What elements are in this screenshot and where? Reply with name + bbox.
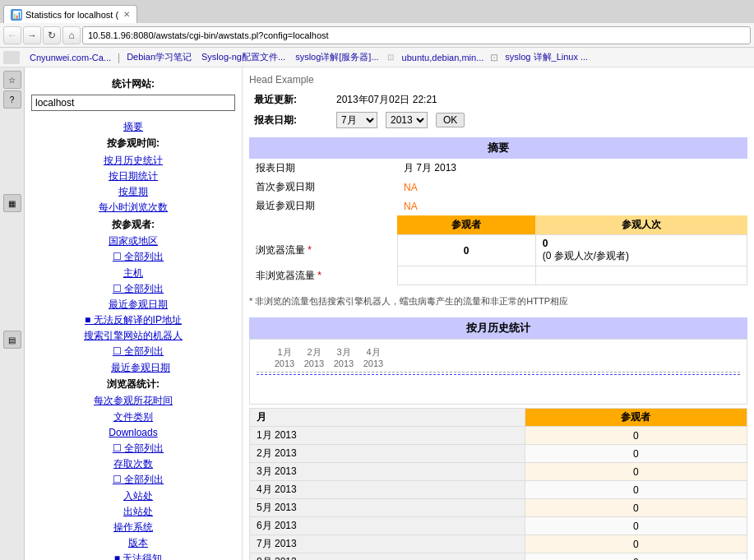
nav-link-file-type[interactable]: 文件类别 — [25, 410, 242, 425]
report-date-selectors: 1月2月3月4月 5月6月7月8月 9月10月11月12月 2013 OK — [331, 109, 747, 131]
left-nav-panel: 统计网站: 摘要 按参观时间: 按月历史统计 按日期统计 按星期 每小时浏览次数… — [25, 67, 243, 560]
visitors-cell: 0 — [525, 535, 747, 553]
month-cell: 3月 2013 — [250, 463, 525, 481]
back-button[interactable]: ← — [3, 26, 21, 44]
nav-link-host-all[interactable]: ☐ 全部列出 — [25, 281, 242, 297]
head-example: Head Example — [249, 74, 747, 86]
nav-link-robots[interactable]: 搜索引擎网站的机器人 — [25, 328, 242, 344]
monthly-header: 按月历史统计 — [249, 317, 747, 339]
bookmark-2[interactable]: Debian学习笔记 — [123, 51, 195, 63]
last-visit-label: 最近参观日期 — [249, 197, 397, 215]
nav-link-robots-all[interactable]: ☐ 全部列出 — [25, 344, 242, 359]
sidebar-btn-2[interactable]: ? — [3, 90, 21, 109]
report-date-field-value: 月 7月 2013 — [397, 159, 535, 178]
nav-link-robots-last[interactable]: 最近参观日期 — [25, 360, 242, 376]
nav-label-visitors: 按参观者: — [25, 216, 242, 234]
bookmark-1[interactable]: Cnyunwei.com-Ca... — [26, 53, 114, 62]
visitors-cell: 0 — [525, 553, 747, 561]
nav-link-downloads[interactable]: Downloads — [25, 425, 242, 441]
monthly-section: 按月历史统计 1月2013 2月2013 3月2013 4月2013 — [249, 317, 747, 560]
sidebar-btn-1[interactable]: ☆ — [3, 71, 21, 89]
nav-link-monthly[interactable]: 按月历史统计 — [25, 153, 242, 169]
visitors-cell: 0 — [525, 427, 747, 445]
table-row: 1月 2013 0 — [250, 427, 747, 445]
year-select[interactable]: 2013 — [386, 112, 428, 128]
content-area: ☆ ? ▦ ▤ 统计网站: 摘要 按参观时间: 按月历史统计 按日期统计 按星期… — [0, 67, 754, 560]
tab-close-btn[interactable]: ✕ — [123, 10, 130, 19]
browser-flow-visitors: 0 — [397, 235, 535, 266]
month-cell: 6月 2013 — [250, 517, 525, 535]
month-col-header: 月 — [250, 409, 525, 427]
nav-link-time-spent[interactable]: 每次参观所花时间 — [25, 393, 242, 409]
visitors-cell: 0 — [525, 463, 747, 481]
monthly-table: 月 参观者 1月 2013 0 2月 2013 0 3月 2013 0 — [249, 408, 747, 560]
nav-link-access-all[interactable]: ☐ 全部列出 — [25, 472, 242, 488]
nav-section: 摘要 按参观时间: 按月历史统计 按日期统计 按星期 每小时浏览次数 按参观者:… — [25, 118, 242, 560]
month-cell: 4月 2013 — [250, 481, 525, 499]
nav-link-access[interactable]: 存取次数 — [25, 456, 242, 472]
summary-section: 摘要 报表日期 月 7月 2013 首次参观日期 NA 最近参观日期 NA — [249, 137, 747, 285]
home-button[interactable]: ⌂ — [62, 26, 81, 44]
non-browser-label: 非浏览器流量 * — [249, 266, 397, 285]
report-date-label: 报表日期: — [249, 109, 331, 131]
chart-line-1 — [257, 372, 740, 373]
browser-flow-star: * — [308, 244, 312, 256]
nav-link-os-version[interactable]: 版本 — [25, 535, 242, 551]
active-tab[interactable]: 📊 Statistics for localhost ( ✕ — [3, 5, 137, 23]
browser-chrome: 📊 Statistics for localhost ( ✕ ← → ↻ ⌂ C… — [0, 0, 754, 67]
address-bar[interactable] — [82, 26, 751, 44]
main-content: Head Example 最近更新: 2013年07月02日 22:21 报表日… — [243, 67, 754, 560]
nav-link-entry[interactable]: 入站处 — [25, 488, 242, 504]
table-row: 4月 2013 0 — [250, 481, 747, 499]
nav-link-last-visit[interactable]: 最近参观日期 — [25, 297, 242, 312]
forward-button[interactable]: → — [23, 26, 41, 44]
first-visit-value: NA — [397, 178, 535, 197]
chart-area: 1月2013 2月2013 3月2013 4月2013 — [249, 339, 747, 405]
nav-label-time: 按参观时间: — [25, 135, 242, 153]
table-row: 5月 2013 0 — [250, 499, 747, 517]
chart-label-3: 3月2013 — [332, 346, 355, 368]
nav-link-country-all[interactable]: ☐ 全部列出 — [25, 249, 242, 265]
month-cell: 1月 2013 — [250, 427, 525, 445]
nav-link-os-unknown[interactable]: ■ 无法得知 — [25, 551, 242, 560]
nav-link-downloads-all[interactable]: ☐ 全部列出 — [25, 441, 242, 456]
nav-link-os[interactable]: 操作系统 — [25, 520, 242, 535]
nav-link-exit[interactable]: 出站处 — [25, 504, 242, 520]
sidebar-btn-4[interactable]: ▤ — [3, 331, 21, 349]
month-select[interactable]: 1月2月3月4月 5月6月7月8月 9月10月11月12月 — [336, 112, 377, 128]
first-visit-label: 首次参观日期 — [249, 178, 397, 197]
stats-site-input[interactable] — [31, 95, 235, 111]
nav-link-daily[interactable]: 按日期统计 — [25, 169, 242, 184]
browser-flow-visits: 0 (0 参观人次/参观者) — [535, 235, 747, 266]
nav-link-country[interactable]: 国家或地区 — [25, 234, 242, 249]
visitors-col-header-monthly: 参观者 — [525, 409, 747, 427]
nav-link-weekly[interactable]: 按星期 — [25, 184, 242, 200]
bookmark-5[interactable]: ubuntu,debian,min... — [399, 53, 488, 62]
tab-label: Statistics for localhost ( — [25, 10, 118, 20]
chart-label-1: 1月2013 — [273, 346, 296, 368]
bookmark-3[interactable]: Syslog-ng配置文件... — [198, 51, 289, 63]
nav-link-host[interactable]: 主机 — [25, 266, 242, 281]
chart-label-4: 4月2013 — [362, 346, 385, 368]
visitors-cell: 0 — [525, 481, 747, 499]
nav-link-unresolved[interactable]: ■ 无法反解译的IP地址 — [25, 312, 242, 328]
info-table: 最近更新: 2013年07月02日 22:21 报表日期: 1月2月3月4月 5… — [249, 90, 747, 131]
visitors-cell: 0 — [525, 517, 747, 535]
sidebar-btn-3[interactable]: ▦ — [3, 194, 21, 212]
non-browser-star: * — [317, 270, 321, 281]
bookmark-6[interactable]: syslog 详解_Linux ... — [502, 51, 591, 63]
summary-header: 摘要 — [249, 137, 747, 159]
report-date-field-label: 报表日期 — [249, 159, 397, 178]
bookmark-4[interactable]: syslog详解[服务器]... — [292, 51, 382, 63]
visitors-cell: 0 — [525, 499, 747, 517]
nav-bar: ← → ↻ ⌂ — [0, 23, 754, 48]
reload-button[interactable]: ↻ — [43, 26, 61, 44]
ok-button[interactable]: OK — [436, 113, 465, 127]
tab-bar: 📊 Statistics for localhost ( ✕ — [0, 0, 754, 23]
table-row: 6月 2013 0 — [250, 517, 747, 535]
table-row: 7月 2013 0 — [250, 535, 747, 553]
month-cell: 2月 2013 — [250, 445, 525, 463]
chart-labels: 1月2013 2月2013 3月2013 4月2013 — [257, 346, 740, 368]
nav-link-summary[interactable]: 摘要 — [25, 119, 242, 135]
nav-link-hourly[interactable]: 每小时浏览次数 — [25, 200, 242, 215]
